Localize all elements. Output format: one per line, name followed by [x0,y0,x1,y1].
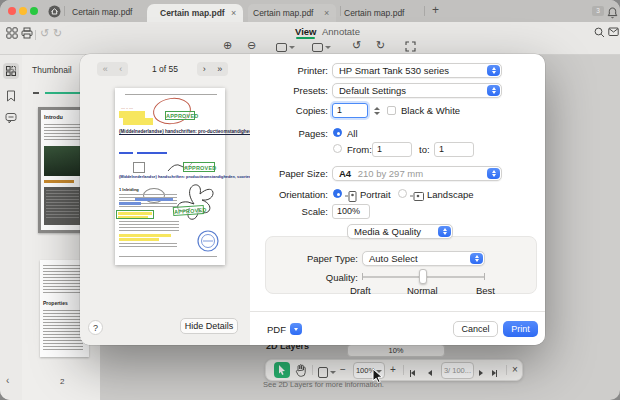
hide-details-button[interactable]: Hide Details [180,318,238,334]
black-white-checkbox[interactable] [387,106,396,115]
minimize-window-button[interactable] [19,7,27,15]
preview-title: (Middelnederlandse) handschriften: pro-d… [119,128,207,135]
tab-label: Certain map.pdf [344,8,404,18]
search-icon[interactable] [594,27,605,40]
collapse-sidebar-button[interactable]: ‹ [6,375,9,386]
last-preview-page-button[interactable]: » [217,64,222,74]
bottom-toolbar: − 100% + 3/ 100... × [265,359,523,381]
page-view-icon[interactable] [318,365,336,378]
approved-stamp-3: APPROVED [173,205,205,216]
tab-certain-map-1[interactable]: Certain map.pdf × [147,4,243,22]
portrait-label: Portrait [360,189,391,200]
pages-to-input[interactable]: 1 [434,142,474,157]
close-window-button[interactable] [8,7,16,15]
quality-tick-normal: Normal [407,285,438,296]
thumb-text [44,124,81,142]
tab-close-icon[interactable]: × [324,8,329,18]
close-toolbar-button[interactable]: × [512,363,518,376]
quality-tick-best: Best [476,285,495,296]
active-tab-indicator [296,37,315,39]
pages-to-label: to: [419,144,430,155]
printer-select[interactable]: HP Smart Tank 530 series [332,63,502,78]
layer-opacity-input[interactable]: 10% [347,344,445,357]
chevron-up-down-icon [438,226,451,237]
undo-icon[interactable]: ↺ [40,28,49,39]
thumb-heading: Properties [43,300,68,306]
cancel-button[interactable]: Cancel [453,321,498,337]
paper-size-label: Paper Size: [250,168,328,179]
ink-note: ~~ ~ ~~ [121,107,133,111]
portrait-radio[interactable] [333,189,342,198]
paper-size-select[interactable]: A4 210 by 297 mm [332,166,502,181]
options-section-select[interactable]: Media & Quality [347,224,453,239]
quality-tick-draft: Draft [350,285,371,296]
zoom-in-button[interactable]: + [390,363,396,376]
home-icon[interactable] [48,4,61,22]
quality-slider-handle[interactable] [419,269,427,284]
printer-label: Printer: [250,65,328,76]
page-layout-icon[interactable] [312,41,331,52]
layers-info-text: See 2D Layers for more information. [263,380,384,389]
print-button[interactable]: Print [503,321,538,337]
zoom-out-icon[interactable]: ⊖ [247,40,256,51]
thumbnail-page-2-number: 2 [60,377,64,386]
tab-annotate[interactable]: Annotate [322,26,360,37]
fit-page-icon[interactable] [276,41,295,52]
landscape-icon [410,188,424,206]
zoom-in-icon[interactable]: ⊕ [223,40,232,51]
blue-highlight [119,202,141,205]
pages-from-input[interactable]: 1 [372,142,412,157]
new-tab-button[interactable]: + [432,3,439,17]
print-icon[interactable] [21,27,33,41]
scale-input[interactable]: 100% [332,204,370,219]
paper-type-select[interactable]: Auto Select [362,251,485,266]
slider-tick [484,273,485,280]
hand-tool-button[interactable] [295,364,307,380]
copies-input[interactable]: 1 [332,103,368,118]
rotate-right-icon[interactable]: ↻ [376,40,385,51]
next-page-button[interactable] [479,366,483,379]
pdf-menu-button[interactable] [290,323,302,335]
help-button[interactable]: ? [88,320,103,335]
first-page-button[interactable] [410,366,415,379]
pages-all-radio[interactable] [333,128,342,137]
presets-select[interactable]: Default Settings [332,83,502,98]
zoom-window-button[interactable] [30,7,38,15]
pdf-menu-label[interactable]: PDF [267,324,286,335]
zoom-out-button[interactable]: − [340,363,346,376]
print-options-pane: Printer: HP Smart Tank 530 series Preset… [250,54,545,345]
print-dialog: « ‹ 1 of 55 › » ~~ ~ ~~ APPROVED (Middel… [80,54,545,345]
comment-icon[interactable] [5,110,17,128]
pages-range-radio[interactable] [333,144,342,153]
chevron-up-down-icon [470,253,483,264]
page-number-input[interactable]: 3/ 100... [441,362,474,379]
preview-forward-group: › » [197,62,228,76]
panel-tab-dash[interactable] [33,92,39,94]
sidebar-toggle-icon[interactable] [6,27,18,41]
sidebar-rail: ‹ [0,55,22,400]
copies-stepper[interactable] [372,103,382,118]
bell-icon[interactable] [607,5,618,23]
next-preview-page-button[interactable]: › [203,64,206,74]
tab-close-icon[interactable]: × [231,8,236,18]
slider-tick [362,273,363,280]
green-rect-annotation [116,210,154,219]
tab-view[interactable]: View [295,26,316,37]
previous-page-button[interactable] [428,366,432,379]
approved-stamp-2: APPROVED [183,162,215,172]
last-page-button[interactable] [492,366,497,379]
copies-label: Copies: [250,105,328,116]
redo-icon[interactable]: ↻ [53,28,62,39]
landscape-radio[interactable] [398,189,407,198]
square-annotation [133,162,145,173]
pages-label: Pages: [250,128,328,139]
select-tool-button[interactable] [274,362,290,378]
link-line [119,152,133,154]
tab-certain-map-2[interactable]: Certain map.pdf × [248,4,336,22]
fullscreen-icon[interactable] [405,41,416,54]
mail-icon[interactable] [608,27,619,39]
tab-certain-map-3[interactable]: Certain map.pdf [344,4,420,22]
bookmark-icon[interactable] [5,88,17,106]
thumbnails-panel-button[interactable] [3,63,19,79]
rotate-left-icon[interactable]: ↺ [352,40,361,51]
